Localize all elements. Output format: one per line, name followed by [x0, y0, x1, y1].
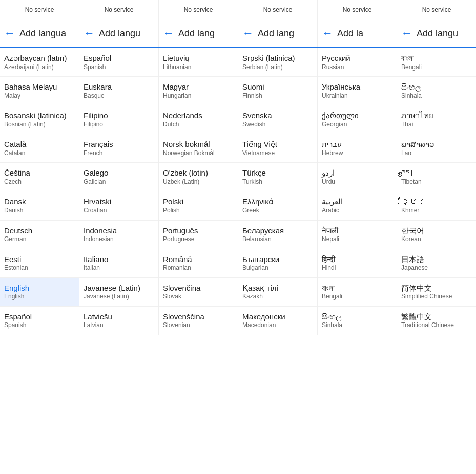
list-item[interactable]: SlovenčinaSlovak [159, 278, 238, 307]
lang-english-name: Dutch [163, 121, 234, 129]
list-item[interactable]: 한국어Korean [397, 221, 476, 249]
lang-native-name: বাংলা [322, 283, 392, 293]
lang-english-name: Danish [4, 207, 75, 215]
list-item[interactable]: ພາສາລາວLao [397, 134, 476, 163]
list-item[interactable]: 繁體中文Traditional Chinese [397, 307, 476, 335]
lang-native-name: हिन्दी [322, 254, 392, 265]
list-item[interactable]: සිංහලSinhala [397, 77, 476, 105]
app-bar-3: ←Add lang [238, 19, 318, 47]
back-arrow-icon[interactable]: ← [401, 27, 412, 40]
list-item[interactable]: HrvatskiCroatian [79, 191, 158, 220]
list-item[interactable]: CatalàCatalan [0, 134, 79, 163]
list-item[interactable]: EspañolSpanish [79, 48, 158, 77]
list-item[interactable]: РусскийRussian [318, 48, 397, 77]
list-item[interactable]: 简体中文Simplified Chinese [397, 278, 476, 307]
list-item[interactable]: Srpski (latinica)Serbian (Latin) [238, 48, 317, 77]
list-item[interactable]: МакедонскиMacedonian [238, 307, 317, 335]
list-item[interactable]: TürkçeTurkish [238, 163, 317, 191]
list-item[interactable]: हिन्दीHindi [318, 249, 397, 278]
lang-english-name: French [84, 149, 154, 158]
list-item[interactable]: Tiếng ViệtVietnamese [238, 134, 317, 163]
lang-native-name: Filipino [84, 111, 154, 121]
lang-english-name: Korean [401, 235, 472, 244]
back-arrow-icon[interactable]: ← [84, 27, 95, 40]
list-item[interactable]: اردوUrdu [318, 163, 397, 191]
list-item[interactable]: PortuguêsPortuguese [159, 221, 238, 249]
list-item[interactable]: LietuviųLithuanian [159, 48, 238, 77]
list-item[interactable]: LatviešuLatvian [79, 307, 158, 335]
lang-english-name: Catalan [4, 149, 75, 158]
list-item[interactable]: EspañolSpanish [0, 307, 79, 335]
list-item[interactable]: Javanese (Latin)Javanese (Latin) [79, 278, 158, 307]
list-item[interactable]: ქართულიGeorgian [318, 105, 397, 134]
list-item[interactable]: SvenskaSwedish [238, 105, 317, 134]
list-item[interactable]: Bahasa MelayuMalay [0, 77, 79, 105]
list-item[interactable]: DeutschGerman [0, 221, 79, 249]
list-item[interactable]: EuskaraBasque [79, 77, 158, 105]
lang-native-name: Azərbaycan (latın) [4, 53, 75, 63]
list-item[interactable]: 日本語Japanese [397, 249, 476, 278]
lang-native-name: Українська [322, 82, 392, 92]
list-item[interactable]: සිංහලSinhala [318, 307, 397, 335]
list-item[interactable]: IndonesiaIndonesian [79, 221, 158, 249]
list-item[interactable]: עבריתHebrew [318, 134, 397, 163]
lang-native-name: සිංහල [322, 312, 392, 322]
lang-native-name: සිංහල [401, 82, 472, 92]
list-item[interactable]: Bosanski (latinica)Bosnian (Latin) [0, 105, 79, 134]
list-item[interactable]: БеларускаяBelarusian [238, 221, 317, 249]
list-item[interactable]: SuomiFinnish [238, 77, 317, 105]
lang-native-name: Svenska [242, 111, 313, 121]
lang-english-name: Bengali [322, 293, 392, 301]
list-item[interactable]: नेपालीNepali [318, 221, 397, 249]
lang-english-name: Norwegian Bokmål [163, 149, 234, 158]
lang-native-name: বাংলা [401, 53, 472, 63]
app-bar-5: ←Add langu [397, 19, 476, 47]
list-item[interactable]: FilipinoFilipino [79, 105, 158, 134]
list-item[interactable]: УкраїнськаUkrainian [318, 77, 397, 105]
lang-english-name: Javanese (Latin) [84, 293, 154, 301]
language-columns: Azərbaycan (latın)Azerbaijani (Latin)Bah… [0, 48, 476, 335]
list-item[interactable]: Norsk bokmålNorwegian Bokmål [159, 134, 238, 163]
list-item[interactable]: ČeštinaCzech [0, 163, 79, 191]
list-item[interactable]: বাংলাBengali [318, 278, 397, 307]
list-item[interactable]: FrançaisFrench [79, 134, 158, 163]
list-item[interactable]: БългарскиBulgarian [238, 249, 317, 278]
lang-native-name: Srpski (latinica) [242, 53, 313, 63]
list-item[interactable]: DanskDanish [0, 191, 79, 220]
list-item[interactable]: GalegoGalician [79, 163, 158, 191]
list-item[interactable]: Azərbaycan (latın)Azerbaijani (Latin) [0, 48, 79, 77]
list-item[interactable]: ItalianoItalian [79, 249, 158, 278]
lang-native-name: 한국어 [401, 226, 472, 236]
list-item[interactable]: Қазақ тіліKazakh [238, 278, 317, 307]
lang-english-name: Kazakh [242, 293, 313, 301]
list-item[interactable]: RomânăRomanian [159, 249, 238, 278]
list-item[interactable]: EnglishEnglish [0, 278, 79, 307]
lang-native-name: Suomi [242, 82, 313, 92]
back-arrow-icon[interactable]: ← [4, 27, 15, 40]
list-item[interactable]: EestiEstonian [0, 249, 79, 278]
list-item[interactable]: ภาษาไทยThai [397, 105, 476, 134]
list-item[interactable]: ខ្មែរKhmer [397, 191, 476, 220]
lang-english-name: Indonesian [84, 235, 154, 244]
lang-english-name: Galician [84, 178, 154, 186]
lang-english-name: Bulgarian [242, 264, 313, 272]
back-arrow-icon[interactable]: ← [163, 27, 174, 40]
status-bar: No service No service No service No serv… [0, 0, 476, 19]
language-column-4: РусскийRussianУкраїнськаUkrainianქართული… [318, 48, 397, 335]
list-item[interactable]: PolskiPolish [159, 191, 238, 220]
lang-english-name: German [4, 235, 75, 244]
list-item[interactable]: O'zbek (lotin)Uzbek (Latin) [159, 163, 238, 191]
list-item[interactable]: العربيةArabic [318, 191, 397, 220]
back-arrow-icon[interactable]: ← [242, 27, 254, 40]
back-arrow-icon[interactable]: ← [322, 27, 333, 40]
lang-native-name: Tiếng Việt [242, 139, 313, 149]
list-item[interactable]: SlovenščinaSlovenian [159, 307, 238, 335]
lang-native-name: Română [163, 254, 234, 265]
list-item[interactable]: বাংলাBengali [397, 48, 476, 77]
list-item[interactable]: MagyarHungarian [159, 77, 238, 105]
lang-native-name: עברית [322, 139, 392, 149]
list-item[interactable]: NederlandsDutch [159, 105, 238, 134]
list-item[interactable]: ΕλληνικάGreek [238, 191, 317, 220]
lang-native-name: Français [84, 139, 154, 149]
list-item[interactable]: རྒྱུས།Tibetan [397, 163, 476, 191]
